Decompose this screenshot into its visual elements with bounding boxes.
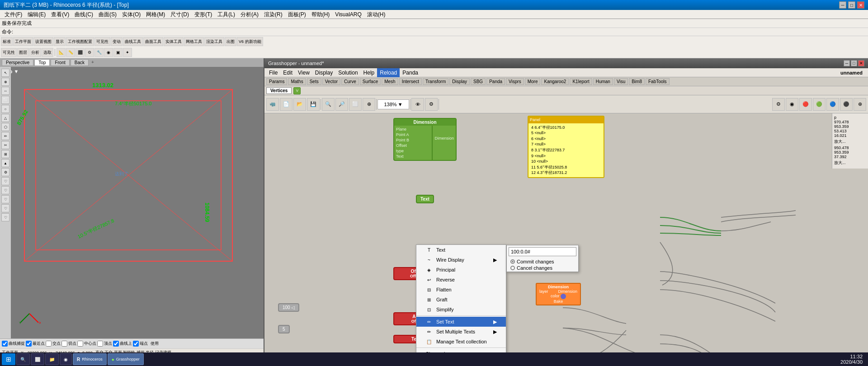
snap-nearest[interactable] bbox=[26, 341, 32, 347]
tb-icon4[interactable]: ⚙ bbox=[85, 48, 94, 57]
ctx-set-multiple-texts[interactable]: ✏ Set Multiple Texts ▶ bbox=[416, 327, 506, 337]
ctx-graft[interactable]: ⊞ Graft bbox=[416, 295, 506, 305]
ctx-reverse[interactable]: ↩ Reverse bbox=[416, 275, 506, 285]
gh-subtab-vertices[interactable]: Vertices bbox=[266, 87, 292, 94]
ctx-text[interactable]: T Text bbox=[416, 245, 506, 255]
tool-icon-12[interactable]: ⚙ bbox=[1, 168, 9, 176]
input-node-100[interactable]: 100 ◁ bbox=[278, 303, 299, 312]
tb-v6-new[interactable]: V6 的新功能 bbox=[237, 37, 263, 46]
dimension-orange-node[interactable]: Dimension layerDimension color Bake bbox=[536, 283, 581, 305]
gh-tab-k1leport[interactable]: K1leport bbox=[570, 78, 592, 85]
tb-solid-tools[interactable]: 实体工具 bbox=[164, 37, 184, 46]
tb-standard[interactable]: 标准 bbox=[1, 37, 13, 46]
gh-tb-rhino-icon[interactable]: 🦏 bbox=[266, 98, 279, 111]
tb-curve-tools[interactable]: 曲线工具 bbox=[123, 37, 143, 46]
gh-menu-display[interactable]: Display bbox=[312, 68, 335, 77]
tb-mesh-tools[interactable]: 网格工具 bbox=[184, 37, 204, 46]
tb-icon1[interactable]: 📐 bbox=[57, 48, 66, 57]
tb-plot[interactable]: 出图 bbox=[225, 37, 236, 46]
gh-tab-kangaroo[interactable]: Kangaroo2 bbox=[541, 78, 569, 85]
tb-icon8[interactable]: ✦ bbox=[123, 48, 132, 57]
menu-help[interactable]: 帮助(H) bbox=[309, 10, 333, 19]
tool-icon-15[interactable]: ♡ bbox=[1, 195, 9, 203]
menu-tools[interactable]: 工具(L) bbox=[215, 10, 238, 19]
gh-tb-new[interactable]: 📄 bbox=[280, 98, 292, 111]
taskbar-chrome[interactable]: ◉ bbox=[60, 353, 72, 365]
menu-edit[interactable]: 编辑(E) bbox=[25, 10, 48, 19]
tool-icon-11[interactable]: ▲ bbox=[1, 159, 9, 167]
tb-transform[interactable]: 变动 bbox=[111, 37, 123, 46]
gh-tb-r4[interactable]: 🟢 bbox=[813, 98, 826, 111]
rv-btn2[interactable]: 放大... bbox=[834, 159, 866, 167]
snap-oncurve[interactable] bbox=[113, 341, 119, 347]
tb-setview[interactable]: 设置视图 bbox=[33, 37, 53, 46]
ctx-manage-text[interactable]: 📋 Manage Text collection bbox=[416, 337, 506, 347]
ctx-set-text[interactable]: ✏ Set Text ▶ bbox=[416, 317, 506, 327]
gh-tab-intersect[interactable]: Intersect bbox=[399, 78, 422, 85]
tool-icon-7[interactable]: ⬡ bbox=[1, 123, 9, 131]
tab-plus[interactable]: + bbox=[90, 59, 96, 66]
tool-icon-10[interactable]: ⊞ bbox=[1, 150, 9, 158]
gh-tb-save[interactable]: 💾 bbox=[307, 98, 320, 111]
rv-btn1[interactable]: 放大... bbox=[834, 138, 866, 145]
minimize-button[interactable]: ─ bbox=[839, 1, 846, 9]
tb-viewport-config[interactable]: 工作视图配置 bbox=[66, 37, 94, 46]
gh-menu-reload[interactable]: Reload bbox=[377, 68, 400, 77]
taskbar-search[interactable]: 🔍 bbox=[16, 353, 30, 365]
tb-select[interactable]: 选取 bbox=[42, 48, 53, 57]
gh-tab-human[interactable]: Human bbox=[593, 78, 613, 85]
gh-minimize[interactable]: ─ bbox=[844, 60, 850, 66]
menu-analysis[interactable]: 分析(A) bbox=[238, 10, 261, 19]
gh-tab-transform[interactable]: Transform bbox=[423, 78, 448, 85]
ctx-flatten[interactable]: ⊟ Flatten bbox=[416, 285, 506, 295]
yellow-data-panel[interactable]: Panel 4 6.4°半径10175.0 5 <null> 6 <null> … bbox=[528, 116, 604, 178]
input-node-5[interactable]: 5 bbox=[278, 325, 290, 333]
gh-tab-visu[interactable]: Visu bbox=[614, 78, 628, 85]
gh-tb-r7[interactable]: ⊕ bbox=[854, 98, 866, 111]
ctx-wire-display[interactable]: ~ Wire Display ▶ bbox=[416, 255, 506, 265]
tool-icon-14[interactable]: ♡ bbox=[1, 186, 9, 194]
gh-menu-edit[interactable]: Edit bbox=[280, 68, 295, 77]
text-param-node[interactable]: Text bbox=[416, 195, 434, 203]
tb-layers[interactable]: 图层 bbox=[17, 48, 29, 57]
tb-display[interactable]: 显示 bbox=[54, 37, 66, 46]
snap-endpoint[interactable] bbox=[133, 341, 139, 347]
gh-tb-open[interactable]: 📂 bbox=[293, 98, 306, 111]
tool-icon-9[interactable]: ✂ bbox=[1, 141, 9, 149]
tb-icon5[interactable]: 🔧 bbox=[94, 48, 104, 57]
snap-tangent[interactable] bbox=[61, 341, 67, 347]
tool-icon-3[interactable]: ↔ bbox=[1, 87, 9, 95]
tb-analysis[interactable]: 分析 bbox=[29, 48, 41, 57]
snap-vertex[interactable] bbox=[97, 341, 103, 347]
tb-surface-tools[interactable]: 曲面工具 bbox=[143, 37, 163, 46]
taskbar-gh[interactable]: ● Grasshopper bbox=[108, 353, 144, 365]
menu-render[interactable]: 渲染(R) bbox=[261, 10, 285, 19]
menu-panel[interactable]: 面板(P) bbox=[285, 10, 309, 19]
snap-intersect[interactable] bbox=[46, 341, 52, 347]
gh-tb-r2[interactable]: ◉ bbox=[786, 98, 798, 111]
gh-tab-vector[interactable]: Vector bbox=[322, 78, 340, 85]
gh-tab-visprs[interactable]: Visprs bbox=[506, 78, 524, 85]
maximize-button[interactable]: □ bbox=[848, 1, 855, 9]
tool-icon-8[interactable]: ✏ bbox=[1, 132, 9, 140]
menu-view[interactable]: 查看(V) bbox=[48, 10, 72, 19]
viewport-canvas[interactable]: Top ▼ ↖ ⊕ ↔ ⬜ ○ △ ⬡ ✏ ✂ ⊞ ▲ ⚙ ♡ ♡ ♡ ♡ ♡ bbox=[0, 67, 264, 338]
snap-center[interactable] bbox=[77, 341, 83, 347]
snap-curve[interactable] bbox=[2, 341, 8, 347]
taskbar-taskview[interactable]: ⬜ bbox=[31, 353, 44, 365]
start-button[interactable]: ⊞ bbox=[2, 353, 15, 365]
gh-tb-preview[interactable]: 👁 bbox=[411, 98, 424, 111]
gh-menu-solution[interactable]: Solution bbox=[335, 68, 360, 77]
tb-workplane[interactable]: 工作平面 bbox=[13, 37, 33, 46]
taskbar-explorer[interactable]: 📁 bbox=[45, 353, 59, 365]
gh-close[interactable]: ✕ bbox=[858, 60, 864, 66]
gh-maximize[interactable]: □ bbox=[851, 60, 857, 66]
ctx-principal[interactable]: ◈ Principal bbox=[416, 265, 506, 275]
tb-icon7[interactable]: ▣ bbox=[113, 48, 123, 57]
gh-tab-maths[interactable]: Maths bbox=[288, 78, 306, 85]
tool-icon-13[interactable]: ♡ bbox=[1, 177, 9, 185]
gh-tb-zoom-select[interactable]: ⊕ bbox=[363, 98, 375, 111]
gh-tb-zoom-out[interactable]: 🔎 bbox=[335, 98, 348, 111]
gh-tab-curve[interactable]: Curve bbox=[341, 78, 359, 85]
menu-file[interactable]: 文件(F) bbox=[2, 10, 25, 19]
